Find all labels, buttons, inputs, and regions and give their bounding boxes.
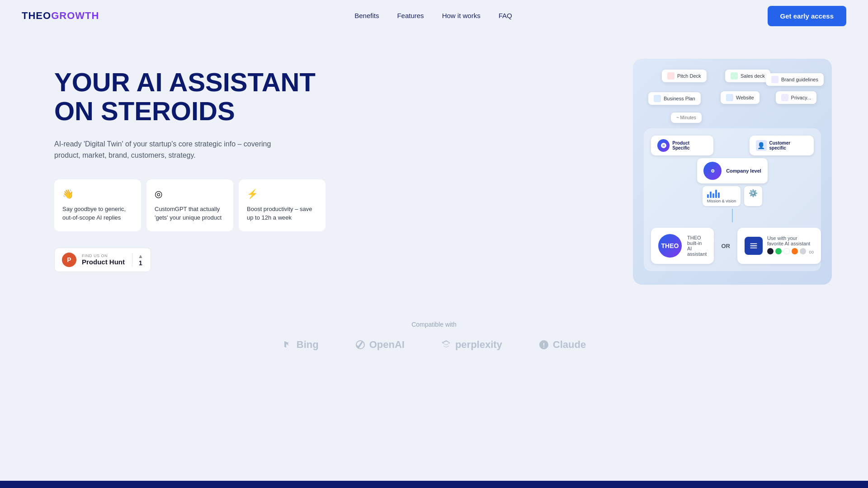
fav-assistant-label: Use with your favorite AI assistant — [767, 235, 810, 246]
fav-icon — [745, 237, 763, 255]
bing-logo: Bing — [282, 339, 319, 351]
ai-dot-3 — [783, 248, 790, 254]
ph-arrow-icon: ▲ — [138, 253, 143, 259]
nav-how-it-works[interactable]: How it works — [442, 12, 481, 19]
ph-name-label: Product Hunt — [82, 258, 125, 266]
chip-privacy-label: Privacy... — [791, 95, 811, 100]
flow-sub-row: Mission & vision ⚙️ — [651, 186, 814, 206]
lightning-icon: ⚡ — [247, 188, 317, 199]
customer-specific-label: Customer specific — [769, 141, 807, 150]
target-icon: ◎ — [155, 188, 225, 199]
hero-left: YOUR AI ASSISTANT ON STEROIDS AI-ready '… — [54, 59, 326, 272]
company-level-node: ⚙ Company level — [697, 158, 768, 183]
hero-title: YOUR AI ASSISTANT ON STEROIDS — [54, 68, 326, 126]
perplexity-logo: perplexity — [441, 339, 502, 351]
or-divider: OR — [719, 228, 732, 264]
chip-business: Business Plan — [648, 92, 701, 105]
chip-pitch-deck: Pitch Deck — [662, 70, 707, 82]
mission-label: Mission & vision — [707, 199, 736, 203]
ph-find-us-label: FIND US ON — [82, 253, 125, 258]
theo-built-in-label: THEO built-in AI assistant — [687, 235, 707, 257]
settings-icon: ⚙️ — [749, 189, 758, 197]
chip-sales-deck-label: Sales deck — [741, 73, 765, 79]
chip-minutes-label: ~ Minutes — [676, 115, 696, 120]
mini-bar-1 — [707, 194, 709, 198]
logo: THEO GROWTH — [22, 10, 99, 22]
feature-text-2: CustomGPT that actually 'gets' your uniq… — [155, 206, 222, 221]
ph-upvote[interactable]: ▲ 1 — [132, 253, 143, 267]
settings-node: ⚙️ — [744, 186, 762, 206]
ai-dots: ∞ — [767, 248, 814, 256]
flow-area: Product Specific 👤 Customer specific ⚙ C… — [644, 128, 821, 271]
flow-connector — [732, 209, 733, 222]
mini-bar-4 — [715, 190, 717, 198]
hero-diagram: Pitch Deck Sales deck Brand guidelines B… — [633, 59, 832, 285]
feature-card-1: 👋 Say goodbye to generic, out-of-scope A… — [54, 179, 141, 231]
openai-logo: OpenAI — [355, 339, 405, 351]
product-hunt-logo: P — [62, 253, 76, 267]
diagram-container: Pitch Deck Sales deck Brand guidelines B… — [633, 59, 832, 285]
logo-theo: THEO — [22, 10, 51, 22]
nav-links: Benefits Features How it works FAQ — [354, 12, 512, 20]
product-hunt-text: FIND US ON Product Hunt — [82, 253, 125, 266]
fav-box: Use with your favorite AI assistant ∞ — [737, 228, 821, 264]
openai-name: OpenAI — [369, 339, 405, 351]
flow-spacer — [713, 136, 750, 155]
theo-circle: THEO — [658, 234, 682, 258]
claude-logo: Claude — [538, 339, 586, 351]
or-text: OR — [721, 243, 730, 249]
feature-cards: 👋 Say goodbye to generic, out-of-scope A… — [54, 179, 326, 231]
feature-card-3: ⚡ Boost productivity – save up to 12h a … — [239, 179, 326, 231]
business-plan-icon — [654, 95, 661, 102]
ai-dot-infinity: ∞ — [808, 248, 814, 256]
mini-chart — [707, 189, 736, 198]
ai-dot-1 — [767, 248, 774, 254]
doc-chips: Pitch Deck Sales deck Brand guidelines B… — [644, 70, 821, 124]
nav-features[interactable]: Features — [397, 12, 424, 19]
theo-initials: THEO — [661, 242, 679, 249]
chip-privacy: Privacy... — [776, 91, 816, 104]
nav-faq[interactable]: FAQ — [499, 12, 512, 19]
mini-bar-5 — [718, 192, 720, 198]
mission-node: Mission & vision — [703, 186, 741, 206]
ai-dot-5 — [800, 248, 806, 254]
product-specific-label: Product Specific — [672, 141, 707, 150]
chip-sales-deck: Sales deck — [725, 70, 770, 82]
mini-bar-2 — [710, 192, 712, 198]
company-level-label: Company level — [726, 168, 761, 174]
customer-specific-node: 👤 Customer specific — [750, 136, 814, 155]
flow-center-row: ⚙ Company level — [651, 158, 814, 183]
ai-dot-2 — [775, 248, 782, 254]
chip-website: Website — [721, 91, 760, 104]
feature-text-1: Say goodbye to generic, out-of-scope AI … — [62, 206, 126, 221]
feature-text-3: Boost productivity – save up to 12h a we… — [247, 206, 312, 221]
product-icon — [657, 139, 670, 152]
hero-description: AI-ready 'Digital Twin' of your startup'… — [54, 138, 271, 161]
bottom-section: THEO THEO built-in AI assistant OR Use w… — [651, 228, 814, 264]
chip-minutes: ~ Minutes — [671, 113, 702, 123]
chip-brand-label: Brand guidelines — [781, 77, 818, 82]
brand-icon — [771, 76, 778, 83]
chip-pitch-deck-label: Pitch Deck — [677, 73, 701, 79]
company-icon: ⚙ — [703, 162, 722, 180]
wave-icon: 👋 — [62, 188, 133, 199]
product-hunt-badge[interactable]: P FIND US ON Product Hunt ▲ 1 — [54, 248, 151, 272]
footer-bar — [0, 481, 868, 488]
flow-top-row: Product Specific 👤 Customer specific — [651, 136, 814, 155]
chip-website-label: Website — [736, 95, 754, 100]
compatible-section: Compatible with Bing OpenAI perplexity — [0, 303, 868, 378]
sales-deck-icon — [731, 72, 738, 80]
bing-name: Bing — [297, 339, 319, 351]
nav-benefits[interactable]: Benefits — [354, 12, 379, 19]
hero-section: YOUR AI ASSISTANT ON STEROIDS AI-ready '… — [0, 32, 868, 303]
get-early-access-button[interactable]: Get early access — [768, 6, 846, 26]
compatible-label: Compatible with — [0, 321, 868, 328]
fav-text-block: Use with your favorite AI assistant ∞ — [767, 235, 814, 256]
mini-bar-3 — [712, 193, 714, 198]
logos-row: Bing OpenAI perplexity Claude — [0, 339, 868, 351]
claude-name: Claude — [553, 339, 586, 351]
customer-icon: 👤 — [756, 140, 766, 151]
logo-growth: GROWTH — [51, 10, 99, 22]
perplexity-name: perplexity — [455, 339, 502, 351]
privacy-icon — [781, 94, 788, 101]
